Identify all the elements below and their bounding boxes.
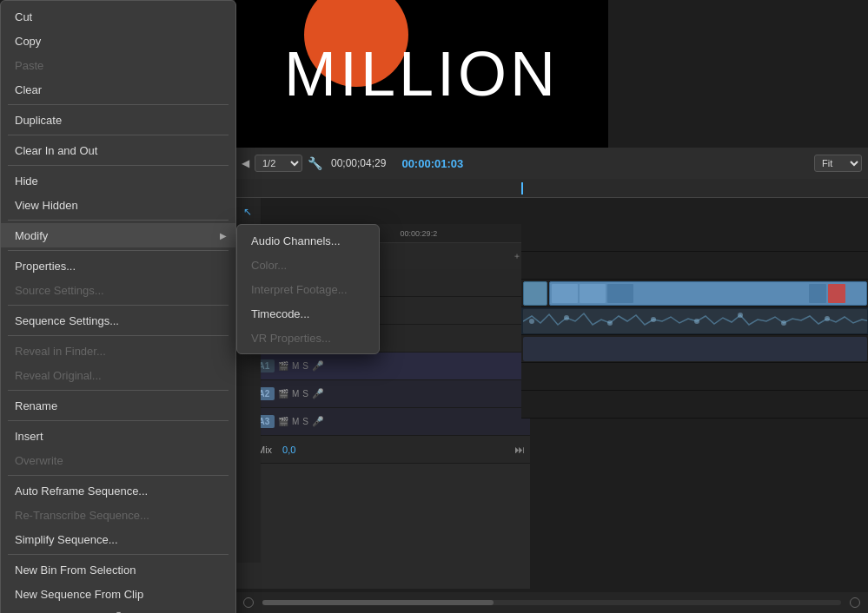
menu-item-retranscribe: Re-Transcribe Sequence... <box>1 503 235 527</box>
mix-clips-row <box>521 391 868 419</box>
scrollbar-track[interactable] <box>262 600 841 605</box>
v1-clips-main[interactable] <box>549 281 867 306</box>
menu-item-sequence-settings[interactable]: Sequence Settings... <box>1 308 235 333</box>
scroll-left-indicator <box>243 597 254 608</box>
vr-properties-label: VR Properties... <box>251 332 331 345</box>
simplify-label: Simplify Sequence... <box>15 533 118 546</box>
menu-item-hide[interactable]: Hide <box>1 168 235 193</box>
a3-clips-row <box>521 363 868 391</box>
a3-mute-button[interactable]: M <box>292 417 299 426</box>
track-row-mix: 🔒 Mix 0,0 ⏭ <box>235 436 530 464</box>
timeline-scroll-left[interactable]: ◀ <box>242 157 249 169</box>
menu-item-rename[interactable]: Rename <box>1 393 235 418</box>
ruler-t2: 00:00:29:2 <box>401 229 438 238</box>
cut-label: Cut <box>15 10 32 23</box>
menu-item-duplicate[interactable]: Duplicate <box>1 108 235 132</box>
svg-point-6 <box>738 313 743 318</box>
v1-subclip-1 <box>552 284 578 303</box>
scrollbar-thumb[interactable] <box>262 600 494 605</box>
menu-separator-3 <box>8 165 229 166</box>
duplicate-label: Duplicate <box>15 114 62 127</box>
menu-separator-4 <box>8 220 229 221</box>
rename-label: Rename <box>15 399 57 412</box>
v1-clip-1[interactable] <box>523 281 547 306</box>
menu-item-simplify[interactable]: Simplify Sequence... <box>1 527 235 551</box>
modify-label: Modify <box>15 229 48 242</box>
interpret-footage-label: Interpret Footage... <box>251 283 348 296</box>
source-timecode: 00;00;04;29 <box>331 157 386 169</box>
menu-item-copy[interactable]: Copy <box>1 29 235 53</box>
add-track-icon[interactable]: ＋ <box>513 250 521 262</box>
paste-label: Paste <box>15 59 43 72</box>
submenu-item-audio-channels[interactable]: Audio Channels... <box>237 228 379 253</box>
playhead-marker <box>521 182 523 194</box>
wrench-icon: 🔧 <box>308 156 322 170</box>
svg-point-2 <box>564 315 569 320</box>
a1-mute-button[interactable]: M <box>292 361 299 371</box>
menu-item-new-seq[interactable]: New Sequence From Clip <box>1 582 235 606</box>
menu-item-properties[interactable]: Properties... <box>1 254 235 278</box>
menu-item-auto-reframe[interactable]: Auto Reframe Sequence... <box>1 478 235 503</box>
zoom-dropdown[interactable]: 1/2 1/4 Full <box>255 155 302 172</box>
timeline-scrollbar[interactable] <box>235 592 868 613</box>
menu-item-view-hidden[interactable]: View Hidden <box>1 193 235 217</box>
svg-point-3 <box>607 320 613 326</box>
menu-item-clear[interactable]: Clear <box>1 77 235 102</box>
submenu-item-vr-properties: VR Properties... <box>237 326 379 350</box>
v1-subclip-2 <box>580 284 606 303</box>
menu-item-cut[interactable]: Cut <box>1 4 235 29</box>
a2-solo-button[interactable]: S <box>302 389 308 399</box>
reveal-original-label: Reveal Original... <box>15 369 102 382</box>
scroll-right-indicator <box>850 597 860 608</box>
program-timecode: 00:00:01:03 <box>401 157 463 170</box>
v2-clips-row <box>521 252 868 280</box>
copy-label: Copy <box>15 35 41 48</box>
v1-subclip-5 <box>809 284 826 303</box>
menu-separator-7 <box>8 335 229 336</box>
hide-label: Hide <box>15 175 38 188</box>
menu-separator-8 <box>8 390 229 391</box>
menu-more-arrow[interactable]: ▾ <box>1 606 235 613</box>
selection-tool-button[interactable]: ↖ <box>237 201 258 222</box>
a2-clip-icon: 🎬 <box>278 389 288 399</box>
track-row-a2: 🔒 A2 🎬 M S 🎤 <box>235 380 530 408</box>
a1-clips-row <box>521 307 868 335</box>
menu-separator-11 <box>8 554 229 555</box>
a1-waveform <box>523 309 867 333</box>
submenu-item-timecode[interactable]: Timecode... <box>237 301 379 326</box>
a2-mic-icon: 🎤 <box>312 388 324 399</box>
menu-item-modify[interactable]: Modify <box>1 223 235 247</box>
a3-solo-button[interactable]: S <box>302 417 308 426</box>
menu-separator-9 <box>8 420 229 421</box>
menu-separator-2 <box>8 135 229 135</box>
menu-item-insert[interactable]: Insert <box>1 424 235 448</box>
fit-dropdown[interactable]: Fit 25% 50% 100% <box>814 155 862 172</box>
a2-audio-clips[interactable] <box>523 337 867 361</box>
v1-subclip-6 <box>847 284 865 303</box>
color-label: Color... <box>251 259 287 272</box>
track-row-a1: 🔒 A1 🎬 M S 🎤 <box>235 353 530 380</box>
a1-solo-button[interactable]: S <box>302 361 308 371</box>
menu-separator-5 <box>8 250 229 251</box>
menu-item-clear-in-out[interactable]: Clear In and Out <box>1 138 235 162</box>
menu-item-source-settings: Source Settings... <box>1 278 235 302</box>
submenu-item-color: Color... <box>237 253 379 277</box>
modify-submenu: Audio Channels... Color... Interpret Foo… <box>236 224 380 354</box>
menu-separator-6 <box>8 305 229 306</box>
menu-item-reveal-finder: Reveal in Finder... <box>1 339 235 363</box>
timeline-ruler <box>235 179 868 198</box>
sequence-settings-label: Sequence Settings... <box>15 314 119 327</box>
preview-monitor: MILLION <box>235 0 608 148</box>
a2-mute-button[interactable]: M <box>292 389 299 399</box>
v1-subclip-4 <box>635 284 807 303</box>
clips-area <box>521 224 868 419</box>
a1-audio-clips[interactable] <box>523 309 867 333</box>
v3-clips-row <box>521 224 868 252</box>
new-seq-label: New Sequence From Clip <box>15 588 143 601</box>
svg-point-7 <box>781 320 786 326</box>
source-settings-label: Source Settings... <box>15 284 104 297</box>
menu-item-new-bin[interactable]: New Bin From Selection <box>1 557 235 582</box>
clear-in-out-label: Clear In and Out <box>15 144 97 157</box>
mix-skip-icon[interactable]: ⏭ <box>514 444 525 456</box>
audio-channels-label: Audio Channels... <box>251 234 341 247</box>
